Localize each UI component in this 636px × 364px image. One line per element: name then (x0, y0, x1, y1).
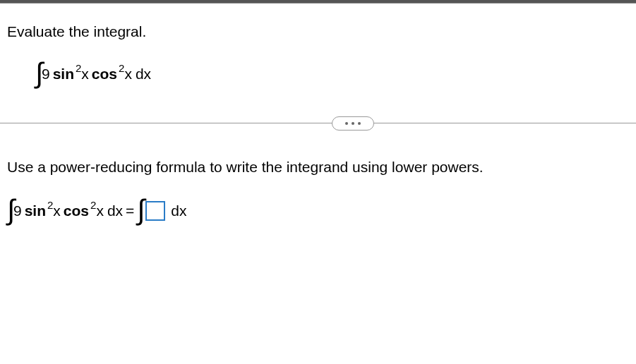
equals-sign: = (126, 202, 134, 219)
problem-title: Evaluate the integral. (7, 23, 629, 40)
sin-function: sin (53, 66, 74, 83)
cos-power: 2 (90, 199, 96, 211)
differential: dx (136, 66, 151, 83)
section-divider (0, 116, 636, 131)
sin-power: 2 (76, 62, 81, 74)
cos-function: cos (64, 202, 89, 219)
sin-variable: x (81, 66, 89, 83)
horizontal-rule (0, 123, 636, 123)
integral-sign-icon: ∫ (137, 195, 145, 224)
instruction-text: Use a power-reducing formula to write th… (7, 159, 629, 176)
rhs-differential: dx (171, 202, 186, 219)
main-content: Evaluate the integral. ∫ 9 sin 2 x cos 2… (0, 4, 636, 239)
ellipsis-icon (345, 122, 361, 125)
answer-equation: ∫ 9 sin 2 x cos 2 x dx = ∫ dx (7, 197, 629, 225)
answer-input[interactable] (145, 201, 165, 221)
cos-power: 2 (119, 62, 124, 74)
problem-integral-expression: ∫ 9 sin 2 x cos 2 x dx (7, 60, 629, 88)
expand-button[interactable] (332, 116, 374, 131)
sin-power: 2 (47, 199, 53, 211)
cos-variable: x (124, 66, 132, 83)
sin-function: sin (25, 202, 46, 219)
lhs-integrand: 9 sin 2 x cos 2 x dx (13, 202, 123, 219)
answer-section: Use a power-reducing formula to write th… (0, 131, 636, 239)
problem-section: Evaluate the integral. ∫ 9 sin 2 x cos 2… (0, 4, 636, 116)
lhs-integral: ∫ 9 sin 2 x cos 2 x dx (7, 197, 123, 225)
cos-function: cos (92, 66, 117, 83)
lhs-differential: dx (107, 202, 123, 219)
integrand-expression: 9 sin 2 x cos 2 x dx (42, 66, 151, 83)
integral-sign-icon: ∫ (35, 59, 43, 87)
integral-sign-icon: ∫ (7, 195, 15, 224)
cos-variable: x (96, 202, 104, 219)
sin-variable: x (53, 202, 61, 219)
